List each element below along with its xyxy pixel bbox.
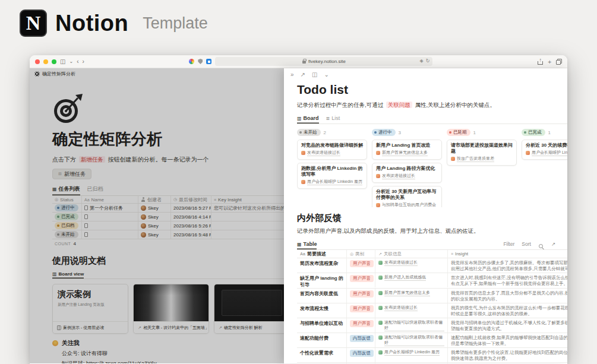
tab-overview-icon[interactable] xyxy=(556,59,562,65)
notion-page-background: 确定性矩阵分析 确定性矩阵分析 点击下方 xyxy=(30,68,284,363)
tab-task-list[interactable]: ▦ 任务列表 xyxy=(52,185,80,195)
related-issue-link[interactable]: 速配功能可以快速获取求职者偏好 xyxy=(375,333,448,347)
related-issue-link[interactable]: 发布渠道链接过长 xyxy=(375,303,448,318)
toolbar-chevron-down-icon[interactable]: ⌄ xyxy=(69,59,73,64)
related-issue-link[interactable]: 投放广告渠道质量差 xyxy=(451,156,513,162)
expand-page-icon[interactable]: ↗ xyxy=(301,72,305,78)
feedback-row[interactable]: 首页内容关联度低 用户声音 新用户首屏无效信息太多 我觉得首页的信息太多了,而且… xyxy=(297,289,567,303)
notion-logo-letter: N xyxy=(26,12,41,34)
close-window-button[interactable] xyxy=(35,59,40,64)
tab-list-view[interactable]: ≣ List xyxy=(326,115,340,124)
feedback-row[interactable]: 发布流程太慢 用户声音 发布渠道链接过长 我真的很生气,为什么发布简历的流程这么… xyxy=(297,303,567,318)
col-status[interactable]: ◎Status xyxy=(52,196,82,203)
related-issue-link[interactable]: 用户会长期维护 Linkedin 履历 xyxy=(526,150,567,156)
col-modified[interactable]: ◷最后修改时间 xyxy=(171,196,211,203)
peek-chevron-down-icon[interactable]: ⌄ xyxy=(324,72,328,78)
open-as-page-icon[interactable]: ◫ xyxy=(312,72,317,78)
feedback-row[interactable]: 个性化设置需求 内部反馈 用户会长期维护 Linkedin 履历 我希望能有更多… xyxy=(297,348,567,363)
reload-icon[interactable]: ↻ xyxy=(426,58,430,64)
related-issue-link[interactable]: 用户会长期维护 Linkedin 履历 xyxy=(301,179,363,185)
related-issue-link[interactable]: 用户会长期维护 Linkedin 履历 xyxy=(375,363,448,363)
tab-board-view[interactable]: ▥ Board xyxy=(297,115,319,124)
tab-archived[interactable]: 已归档 xyxy=(87,185,103,195)
notion-logo: N xyxy=(20,10,47,37)
board-card[interactable]: 分析近 30 天新用户互动率与付费率的关系 与招聘单位互动的用户消费会员服务度份… xyxy=(372,186,442,208)
notion-clipper-extension-icon[interactable] xyxy=(206,59,211,64)
task-row[interactable]: 已归档 Skey 2023/08/16 5:26 PM xyxy=(52,221,284,230)
task-table: ◎Status AaName 创建者 ◷最后修改时间 ≡Key Insight … xyxy=(52,196,284,248)
feedback-row[interactable]: 速配功能付费 内部反馈 速配功能可以快速获取求职者偏好 速配功能刚上线就收费,如… xyxy=(297,333,567,348)
column-status-badge[interactable]: 未开始 xyxy=(297,129,321,136)
address-bar[interactable]: fivekey.notion.site ◈ ↻ xyxy=(215,57,432,66)
feedback-description: 记录外部用户声音,以及内部成员的反馈。用于对上方信息、观点的佐证。 xyxy=(297,227,567,235)
site-badge-icon[interactable]: ◈ xyxy=(420,58,424,64)
col-creator[interactable]: 创建者 xyxy=(138,196,171,203)
page-title[interactable]: 确定性矩阵分析 xyxy=(52,129,284,150)
col-brief[interactable]: Aa简要描述 xyxy=(297,250,347,258)
shield-extension-icon[interactable] xyxy=(198,59,203,64)
board-card[interactable]: 对竞品的发布链路做详细拆解 发布渠道链接过长 xyxy=(297,140,367,160)
page-icon-target[interactable] xyxy=(52,93,83,124)
column-status-badge[interactable]: 已完成 xyxy=(522,129,545,136)
todo-title[interactable]: Todo list xyxy=(297,83,567,97)
col-name[interactable]: AaName xyxy=(82,196,138,203)
related-issue-link[interactable]: 用户会长期维护 Linkedin 履历 xyxy=(375,348,448,362)
breadcrumb-page-icon xyxy=(34,71,40,77)
task-row[interactable]: 已完成 Skey 2023/08/16 4:14 PM xyxy=(52,213,284,221)
feedback-row[interactable]: 直接通过 Linked 导入简历 内部反馈 用户会长期维护 Linkedin 履… xyxy=(297,363,567,363)
related-issue-link[interactable]: 发布渠道链接过长 xyxy=(376,173,438,179)
feedback-row[interactable]: 缺乏用户 landing 的引导 用户声音 新用户进入后成就感低 首次进入时,我… xyxy=(297,273,567,289)
back-icon[interactable]: ‹ xyxy=(77,59,78,65)
sidebar-toggle-icon[interactable]: ◫ xyxy=(60,59,65,65)
contact-zsxq-link[interactable]: 知识星球: https://t.zsxq.com/11uXa3Y6v xyxy=(62,360,284,363)
related-issue-link[interactable]: 与招聘单位互动的用户消费会员服务度份额显著提高 xyxy=(376,202,438,208)
board-card[interactable]: 用户 Landing 路径方案优化 发布渠道链接过长 xyxy=(372,163,442,183)
share-icon[interactable] xyxy=(538,61,543,65)
feedback-view-tabs: ▦ Table Filter Sort ↗ xyxy=(297,240,567,250)
feedback-row[interactable]: 简历发布流程复杂 用户声音 发布渠道链接过长 我觉得发布简历的步骤太多了,真的很… xyxy=(297,258,567,273)
col-key-insight[interactable]: ≡Key Insight xyxy=(211,196,284,203)
board-column-in-progress: 进行中 3 新用户 Landing 首页改造 新用户首屏无效信息太多 用户 La… xyxy=(372,128,442,207)
page-icon xyxy=(84,205,88,210)
related-issue-link[interactable]: 发布渠道链接过长 xyxy=(301,150,363,156)
new-tab-icon[interactable]: ＋ xyxy=(547,59,552,65)
doc-card-article[interactable]: ↗ 相关文章 - 设计约束中的「五面墙」 xyxy=(133,284,209,334)
board-card[interactable]: 跑数据,分析用户 Linkedin 的填写率 用户会长期维护 Linkedin … xyxy=(297,163,367,189)
close-peek-icon[interactable]: » xyxy=(290,72,294,78)
expand-table-icon[interactable]: ↗ xyxy=(551,241,555,249)
tab-board-view-docs[interactable]: ▥ Board view xyxy=(52,271,84,278)
filter-button[interactable]: Filter xyxy=(503,241,514,249)
col-insight[interactable]: ≡Insight xyxy=(448,250,567,258)
board-card[interactable]: 请市场部更进投放渠道效果问题 投放广告渠道质量差 xyxy=(447,140,517,166)
tab-table-view[interactable]: ▦ Table xyxy=(297,241,317,249)
task-row[interactable]: 未开始 Skey 2023/08/16 5:48 PM xyxy=(52,230,284,239)
related-issue-link[interactable]: 速配功能可以快速获取求职者偏好 xyxy=(375,318,448,333)
board-card[interactable]: 新用户 Landing 首页改造 新用户首屏无效信息太多 xyxy=(372,140,442,160)
search-icon[interactable] xyxy=(538,243,544,249)
extension-pinwheel-icon[interactable] xyxy=(189,59,194,64)
new-task-inline-tag: 新增任务 xyxy=(79,156,105,163)
feedback-row[interactable]: 与招聘单位难以互动 用户声音 速配功能可以快速获取求职者偏好 我觉得与招聘单位的… xyxy=(297,318,567,333)
doc-card-analysis[interactable]: ↗ 确定性矩阵分析 解析 xyxy=(214,284,284,334)
related-page-icon xyxy=(378,276,383,280)
breadcrumb[interactable]: 确定性矩阵分析 xyxy=(42,71,75,77)
minimize-window-button[interactable] xyxy=(43,59,48,64)
task-row[interactable]: 进行中 第一个分析任务 Skey 2023/08/16 5:27 PM 您可以记… xyxy=(52,204,284,213)
board-card[interactable]: 分析近 30 天的续费率 用户会长期维护 Linkedin 履历 xyxy=(522,140,567,160)
intro-text: 点击下方 新增任务 按钮创建新的分析。每一条记录为一个 xyxy=(52,156,248,164)
related-issue-link[interactable]: 新用户进入后成就感低 xyxy=(375,273,448,287)
board-column-done: 已完成 1 分析近 30 天的续费率 用户会长期维护 Linkedin 履历 xyxy=(522,128,567,207)
fullscreen-window-button[interactable] xyxy=(52,59,56,64)
related-issue-link[interactable]: 新用户首屏无效信息太多 xyxy=(375,289,448,303)
forward-icon[interactable]: › xyxy=(83,59,84,65)
new-task-button[interactable]: ⊞ 新增任务 xyxy=(52,169,91,179)
column-status-badge[interactable]: 进行中 xyxy=(372,129,396,136)
col-category[interactable]: ◎类别 xyxy=(347,250,375,258)
doc-card-demo[interactable]: 演示案例 新用户注册 Landing 页改版 案例演示 - 使用前必读 xyxy=(52,284,128,334)
sort-button[interactable]: Sort xyxy=(522,241,531,249)
related-issue-link[interactable]: 发布渠道链接过长 xyxy=(375,258,448,273)
col-relation[interactable]: ↗关联信息 xyxy=(375,250,448,258)
column-status-badge[interactable]: 已延期 xyxy=(447,129,470,136)
board-view-icon: ▥ xyxy=(52,271,57,277)
related-issue-link[interactable]: 新用户首屏无效信息太多 xyxy=(376,150,438,156)
